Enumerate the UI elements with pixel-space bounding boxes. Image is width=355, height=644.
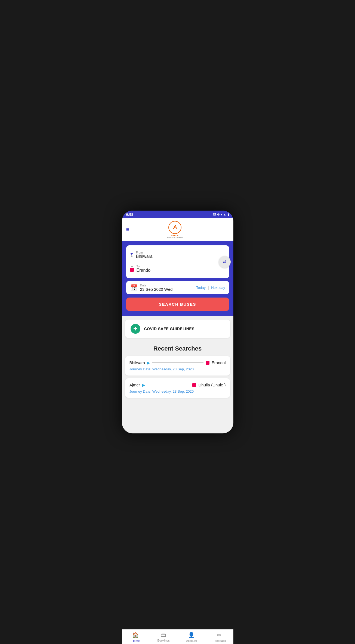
from-label: From <box>136 251 153 254</box>
top-nav: ≡ A ASHOK TOUR AND TRAVELS <box>122 218 233 241</box>
to-value: Erandol <box>137 268 152 273</box>
today-button[interactable]: Today <box>196 286 206 290</box>
covid-card[interactable]: ✚ COVID SAFE GUIDELINES <box>125 320 230 338</box>
list-item[interactable]: Bhilwara ▶ Erandol Journey Date: Wednesd… <box>125 356 230 376</box>
date-card: 📅 Date 23 Sep 2020 Wed Today | Next day <box>126 281 229 294</box>
triangle-down-icon <box>130 253 133 255</box>
route-line-1 <box>152 362 203 363</box>
route-to-1: Erandol <box>212 360 226 365</box>
route-to-2: Dhulia (Dhule ) <box>198 383 226 387</box>
recent-section: Recent Searches Bhilwara ▶ Erandol Journ… <box>122 340 233 420</box>
battery-icon: ▮ <box>227 213 229 216</box>
from-value: Bhilwara <box>136 254 153 259</box>
shield-plus-icon: ✚ <box>133 326 137 332</box>
route-from-1: Bhilwara <box>129 360 145 365</box>
logo-name: ASHOK <box>171 235 179 236</box>
date-divider: | <box>208 285 209 290</box>
calendar-icon: 📅 <box>130 284 137 291</box>
hamburger-icon[interactable]: ≡ <box>126 226 129 233</box>
logo-subtitle: TOUR AND TRAVELS <box>167 236 183 238</box>
to-dot-icons <box>130 266 134 272</box>
route-from-2: Ajmer <box>129 383 140 387</box>
swap-arrows-icon: ⇅ <box>222 260 227 264</box>
route-line-2 <box>147 385 190 385</box>
logo-circle: A <box>168 221 181 234</box>
next-day-button[interactable]: Next day <box>211 286 225 290</box>
sim-icon: 🖫 <box>213 213 216 216</box>
from-row[interactable]: From Bhilwara <box>130 249 225 261</box>
date-value: 23 Sep 2020 Wed <box>140 287 173 292</box>
list-item[interactable]: Ajmer ▶ Dhulia (Dhule ) Journey Date: We… <box>125 378 230 398</box>
journey-date-2: Journey Date: Wednesday, 23 Sep, 2020 <box>129 389 226 393</box>
to-dot1-icon <box>131 266 133 267</box>
route-arrow-1-icon: ▶ <box>147 361 150 365</box>
logo-container: A ASHOK TOUR AND TRAVELS <box>167 221 183 238</box>
from-icon <box>130 253 133 257</box>
search-section: From Bhilwara To Erandol ⇅ <box>122 241 233 316</box>
from-input[interactable]: From Bhilwara <box>136 251 153 259</box>
notify-icon: ⊙ <box>217 213 220 216</box>
status-bar: 9:58 🖫 ⊙ ▾ ▲ ▮ <box>122 211 233 218</box>
route-arrow-2-icon: ▶ <box>142 383 145 387</box>
from-to-card: From Bhilwara To Erandol ⇅ <box>126 245 229 278</box>
route-row-1: Bhilwara ▶ Erandol <box>129 360 226 365</box>
route-dest-icon-2 <box>192 383 196 387</box>
to-input[interactable]: To Erandol <box>137 265 152 273</box>
to-row[interactable]: To Erandol <box>130 262 225 274</box>
status-icons: 🖫 ⊙ ▾ ▲ ▮ <box>213 213 229 216</box>
signal-icon: ▲ <box>223 213 226 216</box>
logo-letter: A <box>173 224 177 231</box>
journey-date-1: Journey Date: Wednesday, 23 Sep, 2020 <box>129 367 226 371</box>
date-label: Date <box>140 284 173 287</box>
date-info: Date 23 Sep 2020 Wed <box>140 284 173 292</box>
recent-searches-title: Recent Searches <box>125 345 230 352</box>
to-square-icon <box>130 268 134 272</box>
status-time: 9:58 <box>126 212 133 217</box>
to-label: To <box>137 265 152 268</box>
route-dest-icon-1 <box>206 361 209 365</box>
wifi-icon: ▾ <box>221 213 222 216</box>
from-dot-icon <box>131 255 132 257</box>
swap-button[interactable]: ⇅ <box>219 256 231 268</box>
covid-text: COVID SAFE GUIDELINES <box>144 327 195 331</box>
route-row-2: Ajmer ▶ Dhulia (Dhule ) <box>129 383 226 387</box>
date-left: 📅 Date 23 Sep 2020 Wed <box>130 284 173 292</box>
date-actions: Today | Next day <box>196 285 225 290</box>
search-buses-button[interactable]: SEARCH BUSES <box>126 298 229 311</box>
shield-icon: ✚ <box>131 324 140 334</box>
